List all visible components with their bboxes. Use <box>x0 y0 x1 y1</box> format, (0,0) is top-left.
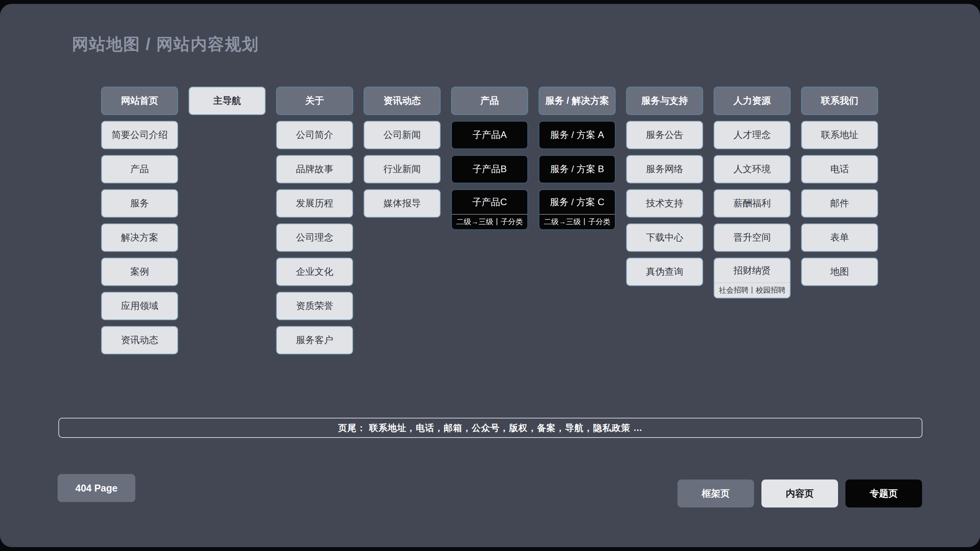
sitemap-node[interactable]: 晋升空间 <box>714 223 791 252</box>
sitemap-node[interactable]: 人才理念 <box>714 121 791 149</box>
sitemap-node[interactable]: 公司新闻 <box>364 121 441 149</box>
page-404-button[interactable]: 404 Page <box>58 474 135 502</box>
sitemap-node[interactable]: 公司理念 <box>276 223 353 252</box>
sitemap-column-6: 服务 / 解决方案服务 / 方案 A服务 / 方案 B服务 / 方案 C二级→三… <box>539 87 616 230</box>
sitemap-node[interactable]: 地图 <box>801 258 878 286</box>
sitemap-column-4: 资讯动态公司新闻行业新闻媒体报导 <box>364 87 441 218</box>
node-label: 招财纳贤 <box>714 258 790 282</box>
legend-button-gray[interactable]: 框架页 <box>677 480 754 507</box>
sitemap-node[interactable]: 资质荣誉 <box>276 292 353 320</box>
sitemap-node[interactable]: 发展历程 <box>276 189 353 218</box>
sitemap-node[interactable]: 品牌故事 <box>276 155 353 183</box>
sitemap-node[interactable]: 联系地址 <box>801 121 878 149</box>
sitemap-node[interactable]: 真伪查询 <box>626 258 703 286</box>
column-header[interactable]: 网站首页 <box>101 87 178 115</box>
sitemap-column-8: 人力资源人才理念人文环境薪酬福利晋升空间招财纳贤社会招聘丨校园招聘 <box>714 87 791 298</box>
column-header[interactable]: 资讯动态 <box>364 87 441 115</box>
page-title: 网站地图 / 网站内容规划 <box>72 33 259 55</box>
sitemap-node[interactable]: 子产品A <box>451 121 528 149</box>
sitemap-node[interactable]: 表单 <box>801 223 878 252</box>
sitemap-node[interactable]: 简要公司介绍 <box>101 121 178 149</box>
sitemap-node[interactable]: 邮件 <box>801 189 878 218</box>
sitemap-node[interactable]: 服务网络 <box>626 155 703 183</box>
sitemap-node[interactable]: 公司简介 <box>276 121 353 149</box>
sitemap-node[interactable]: 服务 / 方案 B <box>539 155 616 183</box>
sitemap-column-9: 联系我们联系地址电话邮件表单地图 <box>801 87 878 286</box>
legend-button-light[interactable]: 内容页 <box>761 480 838 507</box>
node-sublabel: 二级→三级丨子分类 <box>539 214 615 229</box>
sitemap-node[interactable]: 技术支持 <box>626 189 703 218</box>
sitemap-grid: 网站首页简要公司介绍产品服务解决方案案例应用领域资讯动态主导航关于公司简介品牌故… <box>101 87 878 354</box>
sitemap-canvas: 网站地图 / 网站内容规划 网站首页简要公司介绍产品服务解决方案案例应用领域资讯… <box>0 4 980 547</box>
sitemap-node[interactable]: 企业文化 <box>276 258 353 286</box>
sitemap-node[interactable]: 资讯动态 <box>101 326 178 354</box>
sitemap-node[interactable]: 应用领域 <box>101 292 178 320</box>
legend-button-black[interactable]: 专题页 <box>845 480 922 507</box>
column-header[interactable]: 关于 <box>276 87 353 115</box>
sitemap-node[interactable]: 案例 <box>101 258 178 286</box>
sitemap-column-7: 服务与支持服务公告服务网络技术支持下载中心真伪查询 <box>626 87 703 286</box>
column-header[interactable]: 联系我们 <box>801 87 878 115</box>
sitemap-node[interactable]: 服务 / 方案 C二级→三级丨子分类 <box>539 189 616 230</box>
sitemap-column-1: 网站首页简要公司介绍产品服务解决方案案例应用领域资讯动态 <box>101 87 178 354</box>
sitemap-node[interactable]: 招财纳贤社会招聘丨校园招聘 <box>714 258 791 298</box>
sitemap-node[interactable]: 电话 <box>801 155 878 183</box>
sitemap-column-2: 主导航 <box>189 87 266 115</box>
column-header[interactable]: 主导航 <box>189 87 266 115</box>
node-sublabel: 二级→三级丨子分类 <box>452 214 527 229</box>
sitemap-node[interactable]: 服务 <box>101 189 178 218</box>
sitemap-column-3: 关于公司简介品牌故事发展历程公司理念企业文化资质荣誉服务客户 <box>276 87 353 354</box>
sitemap-node[interactable]: 人文环境 <box>714 155 791 183</box>
column-header[interactable]: 人力资源 <box>714 87 791 115</box>
sitemap-node[interactable]: 下载中心 <box>626 223 703 252</box>
column-header[interactable]: 服务 / 解决方案 <box>539 87 616 115</box>
sitemap-column-5: 产品子产品A子产品B子产品C二级→三级丨子分类 <box>451 87 528 230</box>
node-sublabel: 社会招聘丨校园招聘 <box>714 282 790 298</box>
legend: 框架页内容页专题页 <box>677 480 922 507</box>
sitemap-node[interactable]: 服务 / 方案 A <box>539 121 616 149</box>
column-header[interactable]: 产品 <box>451 87 528 115</box>
footer-text: 页尾： 联系地址，电话，邮箱，公众号，版权，备案，导航，隐私政策 … <box>338 422 643 434</box>
sitemap-node[interactable]: 解决方案 <box>101 223 178 252</box>
sitemap-node[interactable]: 产品 <box>101 155 178 183</box>
sitemap-node[interactable]: 子产品C二级→三级丨子分类 <box>451 189 528 230</box>
sitemap-node[interactable]: 子产品B <box>451 155 528 183</box>
sitemap-node[interactable]: 行业新闻 <box>364 155 441 183</box>
node-label: 服务 / 方案 C <box>539 190 615 214</box>
sitemap-node[interactable]: 服务客户 <box>276 326 353 354</box>
sitemap-node[interactable]: 薪酬福利 <box>714 189 791 218</box>
sitemap-node[interactable]: 服务公告 <box>626 121 703 149</box>
sitemap-node[interactable]: 媒体报导 <box>364 189 441 218</box>
footer-bar: 页尾： 联系地址，电话，邮箱，公众号，版权，备案，导航，隐私政策 … <box>58 418 922 438</box>
node-label: 子产品C <box>452 190 527 214</box>
column-header[interactable]: 服务与支持 <box>626 87 703 115</box>
